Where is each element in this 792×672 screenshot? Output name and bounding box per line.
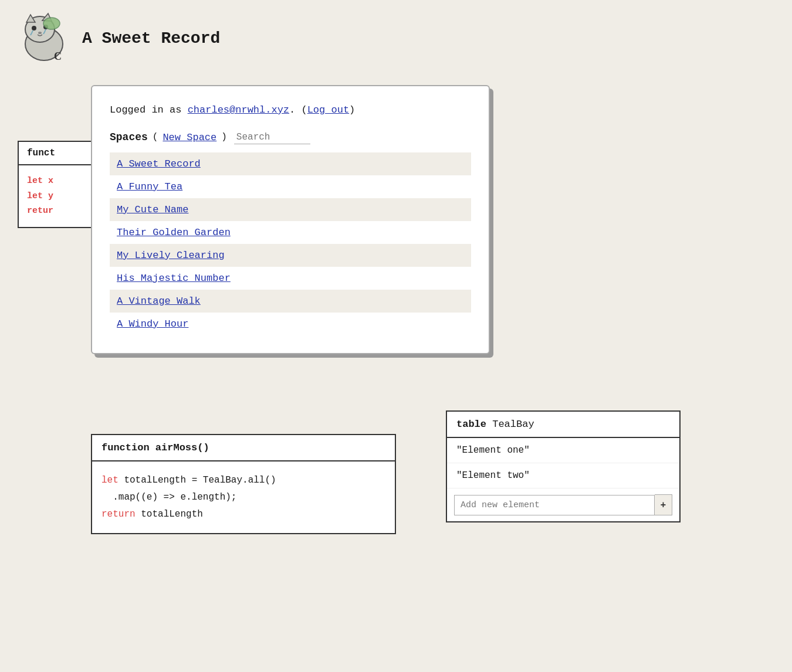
app-header: C A Sweet Record: [0, 0, 792, 76]
space-item-6: A Vintage Walk: [110, 290, 471, 313]
paren-open: (: [301, 104, 307, 116]
bottom-code-line-3: return totalLength: [101, 506, 385, 523]
user-email-link[interactable]: charles@nrwhl.xyz: [188, 104, 289, 116]
space-item-3: Their Golden Garden: [110, 221, 471, 244]
bottom-code-keyword: function: [101, 442, 150, 453]
spaces-header: Spaces (New Space): [110, 131, 471, 144]
space-item-4: My Lively Clearing: [110, 244, 471, 267]
logout-link[interactable]: Log out: [307, 104, 349, 116]
table-row-1: "Element two": [447, 463, 679, 488]
bottom-code-block: function airMoss() let totalLength = Tea…: [91, 434, 396, 534]
table-block-header: table TealBay: [447, 412, 679, 438]
bottom-code-line-2: .map((e) => e.length);: [101, 489, 385, 506]
table-block: table TealBay "Element one" "Element two…: [446, 410, 681, 522]
search-input[interactable]: [234, 131, 310, 144]
space-item-7: A Windy Hour: [110, 313, 471, 335]
new-space-link[interactable]: New Space: [163, 132, 216, 143]
add-element-input[interactable]: [454, 495, 655, 515]
space-link-4[interactable]: My Lively Clearing: [117, 250, 225, 261]
spaces-modal: Logged in as charles@nrwhl.xyz. (Log out…: [91, 85, 490, 354]
space-link-0[interactable]: A Sweet Record: [117, 158, 201, 169]
table-keyword: table: [456, 419, 486, 430]
add-element-button[interactable]: +: [655, 494, 672, 515]
space-item-0: A Sweet Record: [110, 152, 471, 175]
period: .: [289, 104, 295, 116]
svg-point-6: [38, 32, 42, 34]
table-row-0: "Element one": [447, 438, 679, 463]
bottom-code-name: airMoss(): [150, 442, 209, 453]
spaces-list: A Sweet Record A Funny Tea My Cute Name …: [110, 152, 471, 335]
spaces-label: Spaces: [110, 131, 148, 143]
table-add-row: +: [447, 488, 679, 521]
bg-code-header-text: funct: [27, 148, 55, 158]
spaces-paren-open: (: [153, 132, 158, 142]
space-link-5[interactable]: His Majestic Number: [117, 273, 231, 284]
page-title: A Sweet Record: [82, 29, 220, 47]
svg-point-4: [32, 26, 36, 30]
paren-close: ): [349, 104, 355, 116]
space-link-7[interactable]: A Windy Hour: [117, 318, 188, 330]
space-item-2: My Cute Name: [110, 198, 471, 221]
bottom-code-header: function airMoss(): [92, 435, 395, 461]
logged-in-info: Logged in as charles@nrwhl.xyz. (Log out…: [110, 103, 471, 118]
space-link-2[interactable]: My Cute Name: [117, 204, 188, 215]
bottom-code-body: let totalLength = TealBay.all() .map((e)…: [92, 461, 395, 533]
svg-text:C: C: [54, 50, 62, 62]
spaces-paren-close: ): [221, 132, 227, 142]
app-logo: C: [18, 12, 70, 65]
table-name: TealBay: [486, 419, 534, 430]
space-item-1: A Funny Tea: [110, 175, 471, 198]
space-link-6[interactable]: A Vintage Walk: [117, 296, 201, 307]
bottom-code-line-1: let totalLength = TealBay.all(): [101, 472, 385, 489]
svg-point-7: [43, 18, 60, 29]
space-link-3[interactable]: Their Golden Garden: [117, 227, 231, 238]
space-item-5: His Majestic Number: [110, 267, 471, 290]
logged-in-text: Logged in as: [110, 104, 188, 116]
space-link-1[interactable]: A Funny Tea: [117, 181, 182, 192]
